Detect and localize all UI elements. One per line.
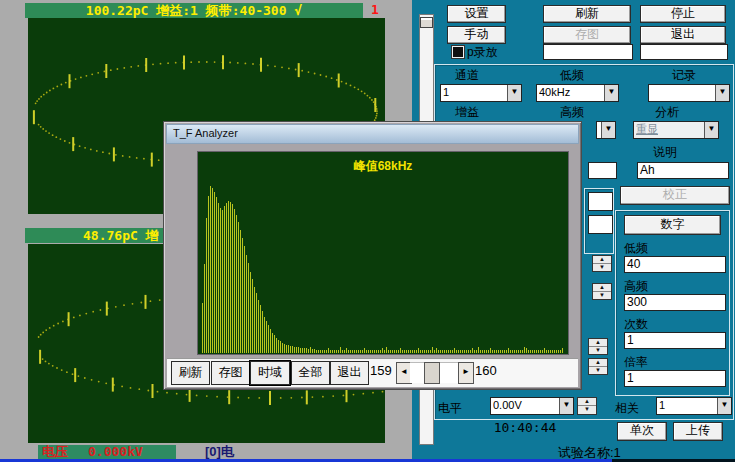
analysis-dropdown[interactable]: 重显 ▼ bbox=[633, 121, 719, 139]
digital-ratio-label: 倍率 bbox=[624, 354, 648, 371]
spectrum-bar bbox=[296, 347, 297, 353]
tf-analyzer-titlebar[interactable]: T_F Analyzer bbox=[166, 124, 579, 144]
spectrum-bar bbox=[420, 350, 421, 353]
spectrum-bar bbox=[462, 350, 463, 353]
upload-button[interactable]: 上传 bbox=[673, 422, 723, 441]
digital-button[interactable]: 数字 bbox=[624, 215, 721, 235]
stop-button[interactable]: 停止 bbox=[640, 5, 726, 23]
spinner-4[interactable]: ▲▼ bbox=[588, 358, 608, 375]
spectrum-bar bbox=[314, 349, 315, 353]
lowfreq-dropdown-value: 40kHz bbox=[539, 85, 604, 99]
field-blank-2[interactable] bbox=[640, 44, 728, 60]
spectrum-bar bbox=[500, 350, 501, 353]
level-spinner[interactable]: ▲▼ bbox=[577, 397, 597, 415]
channel-label: 通道 bbox=[455, 67, 479, 84]
related-dropdown[interactable]: 1 ▼ bbox=[656, 397, 732, 415]
spectrum-bar bbox=[258, 300, 259, 353]
spectrum-bar bbox=[348, 350, 349, 353]
spectrum-bar bbox=[412, 350, 413, 353]
spectrum-bar bbox=[442, 350, 443, 353]
save-image-button[interactable]: 存图 bbox=[543, 26, 631, 44]
spectrum-bar bbox=[286, 345, 287, 353]
chevron-down-icon[interactable]: ▼ bbox=[507, 85, 521, 101]
middle-field-fragment[interactable] bbox=[588, 162, 617, 179]
level-dropdown[interactable]: 0.00V ▼ bbox=[490, 397, 574, 415]
spectrum-bar bbox=[280, 341, 281, 353]
spectrum-bar bbox=[268, 325, 269, 353]
p-playback-checkbox[interactable] bbox=[452, 46, 464, 58]
chevron-down-icon[interactable]: ▼ bbox=[604, 85, 618, 101]
spectrum-bar bbox=[356, 350, 357, 353]
spectrum-bar bbox=[220, 208, 221, 353]
spectrum-bar bbox=[332, 350, 333, 353]
spinner-3[interactable]: ▲▼ bbox=[588, 338, 608, 355]
spinner-1[interactable]: ▲▼ bbox=[592, 255, 612, 272]
lowfreq-dropdown[interactable]: 40kHz ▼ bbox=[536, 84, 619, 102]
spectrum-bar bbox=[342, 350, 343, 353]
channel-dropdown[interactable]: 1 ▼ bbox=[440, 84, 522, 102]
chevron-down-icon[interactable]: ▼ bbox=[715, 85, 729, 101]
spectrum-bar bbox=[322, 350, 323, 353]
spectrum-bar bbox=[278, 340, 279, 353]
digital-ratio-field[interactable]: 1 bbox=[624, 370, 726, 387]
chevron-down-icon[interactable]: ▼ bbox=[559, 398, 573, 414]
chevron-down-icon[interactable]: ▼ bbox=[601, 122, 615, 138]
spectrum-bar bbox=[486, 350, 487, 353]
spectrum-bar bbox=[340, 347, 341, 353]
refresh-button[interactable]: 刷新 bbox=[543, 5, 631, 23]
tf-analyzer-window[interactable]: T_F Analyzer 峰值68kHz 刷新 存图 时域 全部 退出 159 … bbox=[163, 121, 582, 390]
record-nav-left-value: 159 bbox=[370, 363, 392, 378]
spectrum-bar bbox=[270, 329, 271, 353]
field-blank-1[interactable] bbox=[543, 44, 633, 60]
spectrum-bar bbox=[310, 347, 311, 353]
popup-save-image-button[interactable]: 存图 bbox=[211, 361, 250, 385]
spectrum-bar bbox=[520, 350, 521, 353]
exit-button[interactable]: 退出 bbox=[640, 26, 726, 44]
gain-label: 增益 bbox=[455, 104, 479, 121]
spectrum-bar bbox=[426, 350, 427, 353]
digital-count-field[interactable]: 1 bbox=[624, 332, 726, 349]
spectrum-bar bbox=[452, 350, 453, 353]
spectrum-bar bbox=[556, 350, 557, 353]
middle-square-2[interactable] bbox=[588, 215, 613, 234]
spectrum-bar bbox=[476, 350, 477, 353]
popup-time-domain-button[interactable]: 时域 bbox=[250, 361, 290, 385]
single-shot-button[interactable]: 单次 bbox=[617, 422, 667, 441]
panel1-title: 100.22pC 增益:1 频带:40-300 √ bbox=[86, 3, 302, 18]
calibrate-button[interactable]: 校正 bbox=[620, 186, 730, 205]
spectrum-bar bbox=[312, 349, 313, 353]
spectrum-bar bbox=[482, 350, 483, 353]
record-dropdown[interactable]: ▼ bbox=[648, 84, 730, 102]
scroll-right-arrow-icon[interactable]: ► bbox=[458, 362, 474, 384]
highfreq-dropdown[interactable]: ▼ bbox=[596, 121, 616, 139]
spectrum-bar bbox=[448, 350, 449, 353]
popup-exit-button[interactable]: 退出 bbox=[330, 361, 369, 385]
level-label: 电平 bbox=[438, 400, 462, 417]
spectrum-bar bbox=[526, 348, 527, 353]
spectrum-bar bbox=[392, 350, 393, 353]
description-field[interactable]: Ah bbox=[637, 162, 729, 179]
spectrum-bar bbox=[518, 350, 519, 353]
spectrum-bar bbox=[328, 348, 329, 353]
middle-square-1[interactable] bbox=[588, 192, 613, 211]
spectrum-bar bbox=[204, 264, 205, 353]
spectrum-bar bbox=[562, 348, 563, 353]
chevron-down-icon[interactable]: ▼ bbox=[704, 122, 718, 138]
spinner-2[interactable]: ▲▼ bbox=[592, 283, 612, 300]
panel1-header: 100.22pC 增益:1 频带:40-300 √ bbox=[25, 3, 363, 18]
spectrum-bar bbox=[346, 348, 347, 353]
vertical-slider-thumb[interactable] bbox=[420, 17, 433, 28]
digital-low-field[interactable]: 40 bbox=[624, 256, 726, 273]
spectrum-bar bbox=[436, 348, 437, 353]
manual-button[interactable]: 手动 bbox=[447, 26, 506, 44]
spectrum-bar bbox=[338, 350, 339, 353]
spectrum-bar bbox=[512, 350, 513, 353]
record-scrollbar-thumb[interactable] bbox=[424, 362, 440, 384]
chevron-down-icon[interactable]: ▼ bbox=[717, 398, 731, 414]
popup-refresh-button[interactable]: 刷新 bbox=[171, 361, 210, 385]
popup-all-button[interactable]: 全部 bbox=[291, 361, 330, 385]
spectrum-bar bbox=[460, 350, 461, 353]
spectrum-bar bbox=[446, 350, 447, 353]
settings-button[interactable]: 设置 bbox=[447, 5, 506, 23]
digital-high-field[interactable]: 300 bbox=[624, 294, 726, 311]
